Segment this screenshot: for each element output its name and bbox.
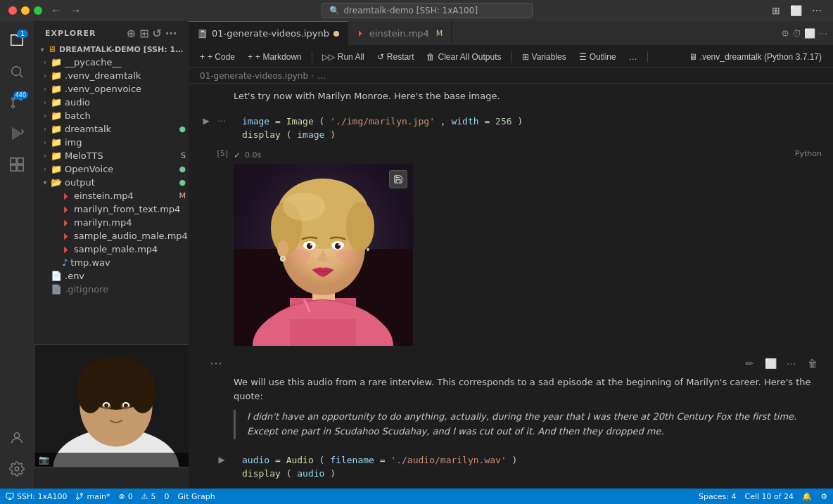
collapse-all-icon[interactable]: ⋯ xyxy=(165,27,177,40)
sidebar-item-venv-openvoice[interactable]: › 📁 .venv_openvoice xyxy=(34,82,189,96)
add-markdown-button[interactable]: + + Markdown xyxy=(242,51,307,63)
settings-status[interactable]: ⚙ xyxy=(820,492,827,501)
audio-cell-run-button[interactable]: ▶ xyxy=(215,453,228,466)
kernel-selector-button[interactable]: 🖥 .venv_dreamtalk (Python 3.7.17) xyxy=(683,51,827,63)
split-editor-icon[interactable]: ⬜ xyxy=(804,28,815,39)
editor-area: 📓 01-generate-videos.ipynb ⏵ einstein.mp… xyxy=(189,21,833,489)
notification-bell[interactable]: 🔔 xyxy=(802,492,812,501)
sidebar-item-melotts[interactable]: › 📁 MeloTTS S xyxy=(34,149,189,162)
layout-icon-button[interactable]: ⊞ xyxy=(769,4,783,18)
breadcrumb-notebook[interactable]: 01-generate-videos.ipynb xyxy=(200,71,308,81)
sidebar-item-pycache[interactable]: › 📁 __pycache__ xyxy=(34,56,189,69)
sidebar-item-marilyn-mp4[interactable]: ⏵ marilyn.mp4 xyxy=(34,216,189,229)
svg-point-53 xyxy=(77,498,79,500)
tab-bar: 📓 01-generate-videos.ipynb ⏵ einstein.mp… xyxy=(189,21,833,46)
outline-button[interactable]: ☰ Outline xyxy=(573,51,622,63)
sidebar-item-tmp-wav[interactable]: ♪ tmp.wav xyxy=(34,256,189,269)
sidebar-item-batch[interactable]: › 📁 batch xyxy=(34,109,189,122)
sidebar-item-sample-male[interactable]: ⏵ sample_male.mp4 xyxy=(34,243,189,256)
minimize-button[interactable] xyxy=(21,6,30,15)
refresh-icon[interactable]: ↺ xyxy=(153,27,163,40)
sidebar-item-openvoice[interactable]: › 📁 OpenVoice ● xyxy=(34,162,189,176)
title-bar-left: ← → xyxy=(8,3,84,18)
cell-run-button-5[interactable]: ▶ xyxy=(200,115,212,127)
toolbar-more-button[interactable]: … xyxy=(623,51,643,63)
run-debug-activity-icon[interactable] xyxy=(3,119,31,148)
svg-point-23 xyxy=(104,403,108,408)
warnings-status[interactable]: ⚠ 5 xyxy=(141,492,156,501)
maximize-button[interactable] xyxy=(34,6,42,15)
status-bar: SSH: 1xA100 main* ⊗ 0 ⚠ 5 0 Git Graph Sp… xyxy=(0,489,833,504)
sidebar-item-root[interactable]: ▾ 🖥 DREAMTALK-DEMO [SSH: 1XA100] xyxy=(34,43,189,56)
branch-status[interactable]: main* xyxy=(75,492,110,501)
history-icon[interactable]: ⏱ xyxy=(792,28,801,39)
accounts-activity-icon[interactable] xyxy=(3,424,31,452)
source-control-activity-icon[interactable]: 440 xyxy=(3,89,31,117)
split-icon-button[interactable]: ⬜ xyxy=(787,4,805,18)
sidebar-item-sample-audio-male[interactable]: ⏵ sample_audio_male.mp4 xyxy=(34,229,189,243)
sidebar-item-env[interactable]: 📄 .env xyxy=(34,269,189,283)
clear-all-button[interactable]: 🗑 Clear All Outputs xyxy=(421,51,507,63)
sidebar-item-dreamtalk[interactable]: › 📁 dreamtalk ● xyxy=(34,122,189,136)
search-text: dreamtalk-demo [SSH: 1xA100] xyxy=(344,6,478,15)
problems-status[interactable]: 0 xyxy=(165,492,170,501)
pycache-label: __pycache__ xyxy=(65,57,189,67)
nav-back-button[interactable]: ← xyxy=(48,3,65,18)
breadcrumb-more[interactable]: … xyxy=(317,71,326,81)
cell-info-status[interactable]: Cell 10 of 24 xyxy=(744,492,794,501)
more-icon-button[interactable]: ⋯ xyxy=(809,4,825,18)
kernel-label: .venv_dreamtalk (Python 3.7.17) xyxy=(700,52,822,62)
search-activity-icon[interactable] xyxy=(3,58,31,86)
tab-modified-dot xyxy=(333,31,339,37)
run-all-icon: ▷▷ xyxy=(322,52,335,62)
sidebar-item-einstein-mp4[interactable]: ⏵ einstein.mp4 M xyxy=(34,189,189,202)
settings-activity-icon[interactable] xyxy=(3,455,31,483)
outline-icon: ☰ xyxy=(579,52,587,62)
folder-icon-venv-openvoice: 📁 xyxy=(51,84,62,94)
edit-markdown-button[interactable]: ✏ xyxy=(740,354,758,373)
tab-bar-actions: ⚙ ⏱ ⬜ ⋯ xyxy=(775,21,833,45)
sidebar-item-output[interactable]: ▾ 📂 output ● xyxy=(34,176,189,189)
status-bar-right: Spaces: 4 Cell 10 of 24 🔔 ⚙ xyxy=(699,492,827,501)
more-markdown-button[interactable]: ⋯ xyxy=(782,354,801,373)
run-all-button[interactable]: ▷▷ Run All xyxy=(317,51,370,63)
sidebar-item-gitignore[interactable]: 📄 .gitignore xyxy=(34,283,189,296)
explorer-activity-icon[interactable]: 1 xyxy=(3,27,31,55)
tab-notebook[interactable]: 📓 01-generate-videos.ipynb xyxy=(189,21,348,45)
venv-dreamtalk-label: .venv_dreamtalk xyxy=(65,70,189,81)
remote-status[interactable]: SSH: 1xA100 xyxy=(6,492,67,501)
image-save-button[interactable] xyxy=(389,170,407,188)
spaces-status[interactable]: Spaces: 4 xyxy=(699,492,736,501)
delete-markdown-button[interactable]: 🗑 xyxy=(803,354,822,373)
add-code-button[interactable]: + + Code xyxy=(194,51,241,63)
sidebar-item-marilyn-from-text[interactable]: ⏵ marilyn_from_text.mp4 xyxy=(34,202,189,216)
more-actions-icon[interactable]: ⋯ xyxy=(818,28,827,39)
errors-status[interactable]: ⊗ 0 xyxy=(118,492,132,501)
git-graph-status[interactable]: Git Graph xyxy=(178,492,215,501)
sample-audio-male-label: sample_audio_male.mp4 xyxy=(74,231,189,241)
new-folder-icon[interactable]: ⊞ xyxy=(139,27,149,40)
audio-code-block: audio = Audio ( filename = './audio/mari… xyxy=(234,449,833,485)
sidebar-item-venv-dreamtalk[interactable]: › 📁 .venv_dreamtalk xyxy=(34,69,189,82)
split-markdown-button[interactable]: ⬜ xyxy=(761,354,780,373)
new-file-icon[interactable]: ⊕ xyxy=(127,27,136,40)
title-search-bar[interactable]: 🔍 dreamtalk-demo [SSH: 1xA100] xyxy=(322,3,533,18)
cell-ellipsis-button[interactable]: ⋯ xyxy=(204,356,228,370)
svg-point-52 xyxy=(81,493,83,496)
quote-text: I didn't have an opportunity to do anyth… xyxy=(247,411,796,437)
close-button[interactable] xyxy=(8,6,17,15)
toolbar-separator-1 xyxy=(312,51,312,63)
variables-button[interactable]: ⊞ Variables xyxy=(516,51,572,63)
tab-einstein[interactable]: ⏵ einstein.mp4 M xyxy=(348,21,452,45)
sidebar-item-audio[interactable]: › 📁 audio xyxy=(34,96,189,109)
restart-button[interactable]: ↺ Restart xyxy=(371,51,420,63)
svg-point-2 xyxy=(12,105,15,108)
nav-forward-button[interactable]: → xyxy=(68,3,84,18)
remote-icon xyxy=(6,492,14,500)
problems-count: 0 xyxy=(165,492,170,501)
einstein-tab-m-badge: M xyxy=(436,29,443,38)
settings-icon-notebook[interactable]: ⚙ xyxy=(781,28,789,39)
cell-menu-button-5[interactable]: ⋯ xyxy=(215,115,228,127)
sidebar-item-img[interactable]: › 📁 img xyxy=(34,136,189,149)
extensions-activity-icon[interactable] xyxy=(3,150,31,179)
